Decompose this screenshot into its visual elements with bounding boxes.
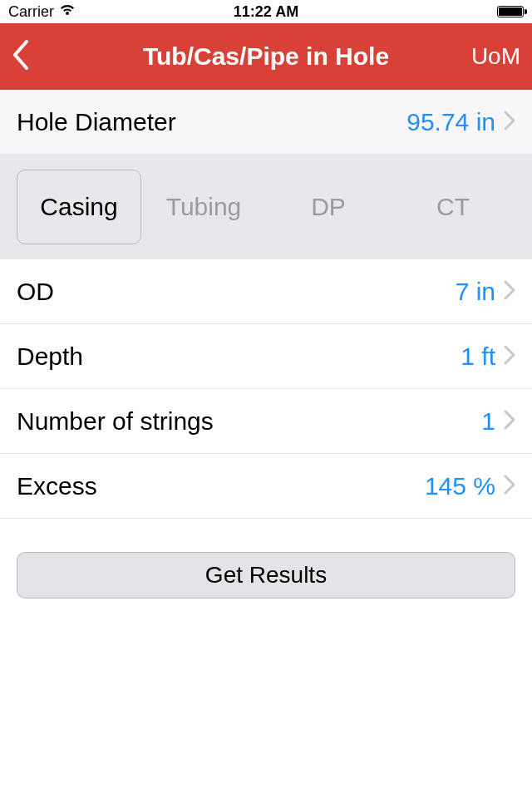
row-od[interactable]: OD 7 in xyxy=(0,259,532,324)
pipe-type-tabs: Casing Tubing DP CT xyxy=(0,155,532,259)
status-bar: Carrier 11:22 AM xyxy=(0,0,532,23)
chevron-right-icon xyxy=(504,410,515,433)
chevron-right-icon xyxy=(504,111,515,134)
row-label: Excess xyxy=(17,472,97,500)
chevron-right-icon xyxy=(504,280,515,303)
row-excess[interactable]: Excess 145 % xyxy=(0,454,532,519)
tab-tubing[interactable]: Tubing xyxy=(141,170,266,244)
wifi-icon xyxy=(59,3,76,21)
back-button[interactable] xyxy=(12,40,70,73)
row-label: Number of strings xyxy=(17,407,214,436)
row-value: 7 in xyxy=(456,278,495,306)
chevron-right-icon xyxy=(504,345,515,368)
row-label: Hole Diameter xyxy=(17,108,176,136)
row-depth[interactable]: Depth 1 ft xyxy=(0,324,532,389)
tab-casing[interactable]: Casing xyxy=(17,170,141,244)
row-label: Depth xyxy=(17,342,83,371)
chevron-right-icon xyxy=(504,475,515,498)
row-value: 145 % xyxy=(425,472,495,500)
page-title: Tub/Cas/Pipe in Hole xyxy=(70,42,462,71)
nav-bar: Tub/Cas/Pipe in Hole UoM xyxy=(0,23,532,90)
row-label: OD xyxy=(17,278,54,306)
row-strings[interactable]: Number of strings 1 xyxy=(0,389,532,454)
uom-button[interactable]: UoM xyxy=(462,43,520,70)
row-value: 95.74 in xyxy=(406,108,495,136)
clock: 11:22 AM xyxy=(234,3,298,21)
row-value: 1 xyxy=(481,407,495,436)
chevron-left-icon xyxy=(12,40,30,73)
row-hole-diameter[interactable]: Hole Diameter 95.74 in xyxy=(0,90,532,155)
get-results-button[interactable]: Get Results xyxy=(17,552,515,598)
carrier-label: Carrier xyxy=(8,3,54,21)
tab-ct[interactable]: CT xyxy=(391,170,515,244)
tab-dp[interactable]: DP xyxy=(266,170,391,244)
battery-icon xyxy=(497,6,524,17)
row-value: 1 ft xyxy=(461,342,495,371)
